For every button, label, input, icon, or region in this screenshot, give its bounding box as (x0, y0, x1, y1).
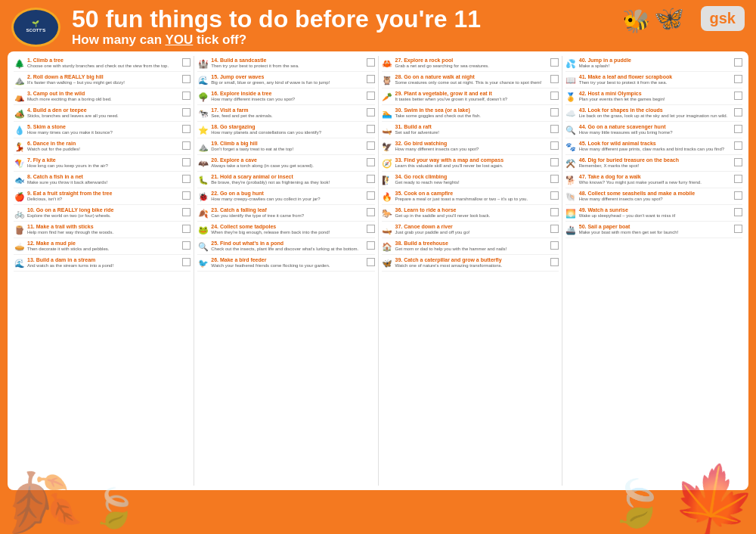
item-checkbox[interactable] (550, 75, 559, 83)
item-icon: 🐦 (197, 258, 209, 269)
main-title: 50 fun things to do before you're 11 (72, 6, 481, 33)
item-icon: 🌊 (14, 258, 25, 269)
item-text-area: 24. Collect some tadpolesWhen they're bi… (211, 224, 364, 236)
item-checkbox[interactable] (734, 125, 742, 133)
list-item: 🌅49. Watch a sunriseWake up sleepyhead –… (565, 206, 742, 220)
list-item: 🧭33. Find your way with a map and compas… (382, 156, 559, 170)
item-checkbox[interactable] (182, 175, 191, 183)
item-title: 5. Skim a stone (27, 124, 180, 130)
item-checkbox[interactable] (367, 141, 375, 150)
item-checkbox[interactable] (734, 175, 742, 183)
item-checkbox[interactable] (550, 225, 559, 233)
item-text-area: 15. Jump over wavesBig or small, blue or… (211, 74, 364, 86)
item-checkbox[interactable] (367, 208, 375, 216)
item-title: 31. Build a raft (395, 124, 548, 130)
item-checkbox[interactable] (367, 92, 375, 100)
item-checkbox[interactable] (550, 175, 559, 183)
item-desc: Watch your feathered friends come flocki… (211, 263, 364, 269)
item-checkbox[interactable] (182, 141, 191, 150)
item-checkbox[interactable] (550, 158, 559, 166)
item-checkbox[interactable] (550, 108, 559, 116)
item-text-area: 49. Watch a sunriseWake up sleepyhead – … (579, 207, 732, 219)
list-item: 🏰14. Build a sandcastleThen try your bes… (197, 56, 374, 70)
item-checkbox[interactable] (550, 241, 559, 250)
item-checkbox[interactable] (182, 158, 191, 166)
item-checkbox[interactable] (182, 258, 191, 266)
item-icon: 🍎 (14, 191, 25, 203)
item-text-area: 42. Host a mini OlympicsPlan your events… (579, 91, 732, 103)
item-checkbox[interactable] (367, 108, 375, 116)
item-checkbox[interactable] (550, 191, 559, 200)
list-item: 🚢50. Sail a paper boatMake your boat wit… (565, 222, 742, 237)
item-checkbox[interactable] (734, 75, 742, 83)
item-checkbox[interactable] (550, 258, 559, 266)
item-checkbox[interactable] (367, 258, 375, 266)
item-checkbox[interactable] (550, 141, 559, 150)
item-checkbox[interactable] (367, 58, 375, 67)
item-checkbox[interactable] (734, 141, 742, 150)
item-text-area: 9. Eat a fruit straight from the treeDel… (27, 191, 180, 203)
list-item: ⭐18. Go stargazingHow many planets and c… (197, 123, 374, 137)
item-title: 40. Jump in a puddle (579, 57, 732, 64)
item-checkbox[interactable] (734, 92, 742, 100)
list-item: 🔥35. Cook on a campfirePrepare a meal or… (382, 189, 559, 203)
item-checkbox[interactable] (182, 75, 191, 83)
item-text-area: 11. Make a trail with sticksHelp mom fin… (27, 224, 180, 236)
item-desc: Much more exciting than a boring old bed… (27, 97, 180, 102)
item-title: 13. Build a dam in a stream (27, 257, 180, 263)
item-text-area: 7. Fly a kiteHow long can you keep yours… (27, 157, 180, 169)
item-icon: 🐞 (197, 191, 209, 203)
list-item: 🌳16. Explore inside a treeHow many diffe… (197, 89, 374, 104)
item-desc: Set sail for adventure! (395, 130, 548, 135)
item-checkbox[interactable] (550, 208, 559, 216)
item-text-area: 36. Learn to ride a horseGet up in the s… (395, 207, 548, 219)
item-icon: ☁️ (565, 108, 577, 120)
item-checkbox[interactable] (734, 58, 742, 67)
item-desc: Delicious, isn't it? (27, 197, 180, 202)
item-desc: How many different insects can you spot? (579, 197, 732, 202)
item-icon: 🦇 (197, 158, 209, 169)
item-checkbox[interactable] (734, 191, 742, 200)
item-checkbox[interactable] (734, 208, 742, 216)
item-checkbox[interactable] (182, 241, 191, 250)
item-desc: It's faster than walking – but you might… (27, 80, 180, 85)
item-checkbox[interactable] (550, 58, 559, 67)
item-checkbox[interactable] (734, 108, 742, 116)
item-desc: Plan your events then let the games begi… (579, 97, 732, 102)
item-checkbox[interactable] (367, 241, 375, 250)
item-checkbox[interactable] (734, 225, 742, 233)
item-text-area: 29. Plant a vegetable, grow it and eat i… (395, 91, 548, 103)
item-checkbox[interactable] (367, 125, 375, 133)
item-checkbox[interactable] (367, 175, 375, 183)
item-title: 28. Go on a nature walk at night (395, 74, 548, 80)
item-text-area: 21. Hold a scary animal or insectBe brav… (211, 174, 364, 186)
item-icon: 🐚 (565, 191, 577, 203)
item-checkbox[interactable] (550, 92, 559, 100)
item-checkbox[interactable] (182, 208, 191, 216)
item-checkbox[interactable] (734, 158, 742, 166)
item-icon: 🚲 (14, 208, 25, 219)
item-desc: Make a splash! (579, 64, 732, 69)
item-checkbox[interactable] (182, 191, 191, 200)
item-checkbox[interactable] (182, 108, 191, 116)
item-checkbox[interactable] (367, 158, 375, 166)
item-text-area: 1. Climb a treeChoose one with sturdy br… (27, 57, 180, 70)
list-item: 💃6. Dance in the rainWatch out for the p… (14, 139, 191, 154)
item-checkbox[interactable] (367, 75, 375, 83)
item-icon: 🛶 (382, 125, 393, 136)
list-item: 🏊30. Swim in the sea (or a lake)Take som… (382, 106, 559, 120)
item-checkbox[interactable] (550, 125, 559, 133)
item-checkbox[interactable] (182, 125, 191, 133)
item-checkbox[interactable] (182, 225, 191, 233)
item-title: 16. Explore inside a tree (211, 91, 364, 97)
list-item: 🪵11. Make a trail with sticksHelp mom fi… (14, 222, 191, 237)
item-checkbox[interactable] (367, 191, 375, 200)
item-text-area: 45. Look for wild animal tracksHow many … (579, 141, 732, 153)
item-title: 48. Collect some seashells and make a mo… (579, 191, 732, 197)
item-text-area: 40. Jump in a puddleMake a splash! (579, 57, 732, 70)
item-title: 19. Climb a big hill (211, 141, 364, 147)
item-checkbox[interactable] (182, 92, 191, 100)
item-text-area: 10. Go on a REALLY long bike rideExplore… (27, 207, 180, 219)
item-checkbox[interactable] (182, 58, 191, 67)
item-checkbox[interactable] (367, 225, 375, 233)
